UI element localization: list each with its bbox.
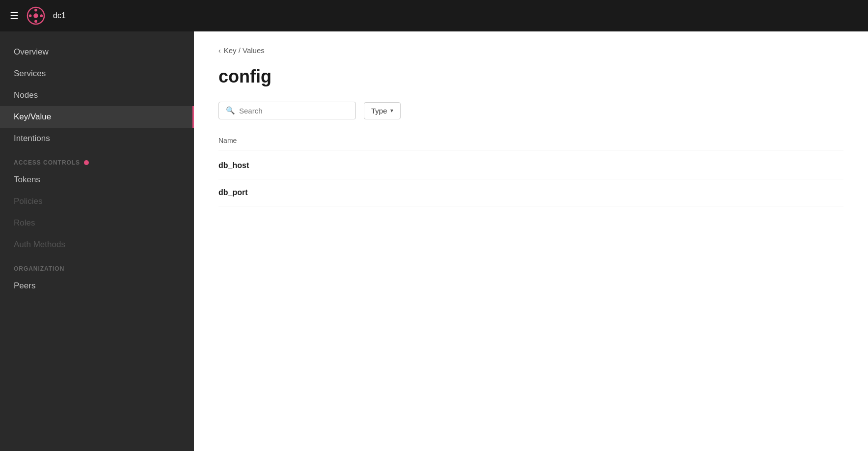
main-layout: Overview Services Nodes Key/Value Intent…: [0, 31, 868, 451]
filter-row: 🔍 Type ▾: [218, 102, 843, 119]
sidebar-item-policies: Policies: [0, 191, 194, 212]
type-dropdown[interactable]: Type ▾: [364, 102, 401, 119]
name-column-header: Name: [218, 137, 237, 144]
svg-point-2: [34, 9, 37, 12]
sidebar-item-label: Policies: [14, 197, 43, 206]
table-row[interactable]: db_port: [218, 179, 843, 206]
row-name: db_port: [218, 188, 248, 197]
svg-point-5: [40, 14, 43, 17]
organization-section-label: ORGANIZATION: [0, 255, 194, 275]
breadcrumb[interactable]: ‹ Key / Values: [218, 46, 843, 55]
access-controls-section-label: ACCESS CONTROLS: [0, 149, 194, 169]
svg-point-4: [29, 14, 32, 17]
back-chevron-icon: ‹: [218, 47, 221, 55]
sidebar-item-auth-methods: Auth Methods: [0, 234, 194, 255]
sidebar: Overview Services Nodes Key/Value Intent…: [0, 31, 194, 451]
page-title: config: [218, 66, 843, 87]
consul-logo: [27, 6, 45, 25]
search-input[interactable]: [239, 107, 349, 115]
sidebar-item-label: Nodes: [14, 90, 38, 100]
dc-label[interactable]: dc1: [53, 11, 66, 20]
topbar: ☰ dc1: [0, 0, 868, 31]
search-wrapper: 🔍: [218, 102, 356, 119]
access-controls-indicator: [84, 160, 89, 165]
sidebar-item-roles: Roles: [0, 212, 194, 234]
row-name: db_host: [218, 161, 249, 169]
sidebar-item-label: Overview: [14, 47, 49, 57]
sidebar-item-services[interactable]: Services: [0, 63, 194, 85]
sidebar-item-peers[interactable]: Peers: [0, 275, 194, 297]
search-icon: 🔍: [226, 106, 235, 115]
content-area: ‹ Key / Values config 🔍 Type ▾ Name db_h…: [194, 31, 868, 451]
sidebar-item-label: Tokens: [14, 175, 40, 185]
sidebar-item-overview[interactable]: Overview: [0, 41, 194, 63]
sidebar-item-label: Auth Methods: [14, 240, 65, 250]
breadcrumb-text: Key / Values: [224, 46, 265, 55]
type-label: Type: [371, 107, 387, 115]
sidebar-item-label: Roles: [14, 218, 35, 228]
table-header: Name: [218, 131, 843, 150]
sidebar-item-nodes[interactable]: Nodes: [0, 85, 194, 106]
sidebar-item-label: Services: [14, 69, 46, 79]
sidebar-item-label: Key/Value: [14, 112, 51, 122]
sidebar-item-label: Peers: [14, 281, 35, 291]
table-row[interactable]: db_host: [218, 152, 843, 179]
sidebar-item-tokens[interactable]: Tokens: [0, 169, 194, 191]
sidebar-item-intentions[interactable]: Intentions: [0, 128, 194, 149]
chevron-down-icon: ▾: [390, 107, 393, 114]
sidebar-item-keyvalue[interactable]: Key/Value: [0, 106, 194, 128]
svg-point-3: [34, 20, 37, 23]
svg-point-1: [33, 13, 38, 18]
sidebar-item-label: Intentions: [14, 134, 50, 143]
menu-icon[interactable]: ☰: [10, 10, 19, 22]
